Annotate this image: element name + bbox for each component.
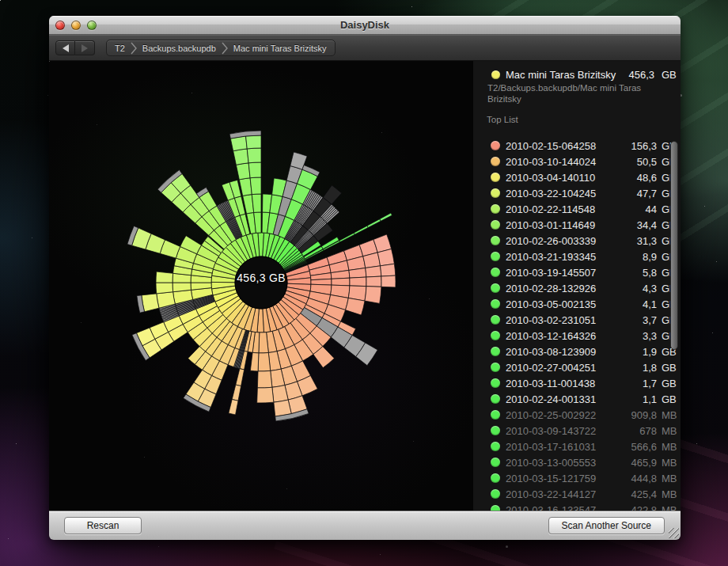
- list-item[interactable]: 2010-02-15-064258 156,3 GB: [473, 138, 681, 154]
- list-item[interactable]: 2010-03-13-005553 465,9 MB: [473, 454, 681, 470]
- backup-size: 1,8: [616, 362, 657, 374]
- list-item[interactable]: 2010-03-12-164326 3,3 GB: [473, 328, 681, 344]
- color-dot-icon: [491, 363, 500, 372]
- sidebar: Mac mini Taras Brizitsky 456,3 GB T2/Bac…: [473, 61, 681, 511]
- backup-name: 2010-02-27-004251: [506, 362, 616, 374]
- backup-size: 425,4: [616, 488, 657, 500]
- breadcrumb-item-mac-mini[interactable]: Mac mini Taras Brizitsky: [233, 44, 327, 53]
- backup-name: 2010-03-01-114649: [506, 219, 616, 231]
- rescan-button[interactable]: Rescan: [64, 517, 142, 534]
- backup-name: 2010-03-05-002135: [506, 298, 616, 310]
- desktop-wallpaper: DaisyDisk T2 Backups.backupdb: [0, 0, 728, 566]
- breadcrumb-item-t2[interactable]: T2: [115, 44, 125, 53]
- back-button[interactable]: [55, 40, 75, 55]
- color-dot-icon: [491, 70, 500, 79]
- list-item[interactable]: 2010-03-05-002135 4,1 GB: [473, 296, 681, 312]
- backup-name: 2010-03-09-143722: [506, 425, 616, 437]
- toolbar: T2 Backups.backupdb Mac mini Taras Brizi…: [49, 35, 681, 61]
- list-item[interactable]: 2010-03-15-121759 444,8 MB: [473, 470, 681, 486]
- list-item[interactable]: 2010-02-25-002922 909,8 MB: [473, 407, 681, 423]
- selection-path: T2/Backups.backupdb/Mac mini Taras Brizi…: [487, 82, 655, 104]
- backup-name: 2010-03-21-193345: [506, 251, 616, 263]
- color-dot-icon: [491, 252, 500, 261]
- color-dot-icon: [491, 331, 500, 340]
- backup-name: 2010-02-24-001331: [506, 393, 616, 405]
- backup-size: 465,9: [616, 457, 657, 469]
- backup-size: 34,4: [616, 219, 657, 231]
- backup-name: 2010-03-12-164326: [506, 330, 616, 342]
- list-item[interactable]: 2010-02-28-132926 4,3 GB: [473, 280, 681, 296]
- backup-size-unit: MB: [662, 425, 681, 437]
- list-item[interactable]: 2010-03-22-104245 47,7 GB: [473, 185, 681, 201]
- color-dot-icon: [491, 173, 500, 182]
- list-item[interactable]: 2010-03-09-143722 678 MB: [473, 423, 681, 439]
- color-dot-icon: [491, 426, 500, 435]
- backup-size: 4,1: [616, 298, 657, 310]
- list-item[interactable]: 2010-03-01-114649 34,4 GB: [473, 217, 681, 233]
- backup-size-unit: MB: [662, 488, 681, 500]
- color-dot-icon: [491, 394, 500, 404]
- backup-size: 444,8: [616, 473, 657, 484]
- color-dot-icon: [491, 268, 500, 277]
- forward-arrow-icon: [82, 44, 88, 52]
- backup-name: 2010-03-19-145507: [506, 267, 616, 279]
- color-dot-icon: [491, 204, 500, 214]
- backup-size: 678: [616, 425, 657, 437]
- color-dot-icon: [491, 157, 500, 166]
- sunburst-chart[interactable]: [49, 61, 473, 511]
- list-item[interactable]: 2010-03-04-140110 48,6 GB: [473, 169, 681, 185]
- color-dot-icon: [491, 299, 500, 309]
- list-item[interactable]: 2010-02-24-001331 1,1 GB: [473, 391, 681, 407]
- backup-size: 909,8: [616, 409, 657, 421]
- backup-size-unit: MB: [662, 409, 681, 421]
- breadcrumb-item-backups[interactable]: Backups.backupdb: [142, 44, 216, 53]
- list-item[interactable]: 2010-03-19-145507 5,8 GB: [473, 264, 681, 280]
- backup-name: 2010-02-15-064258: [506, 140, 616, 152]
- backup-name: 2010-02-22-114548: [506, 203, 616, 215]
- color-dot-icon: [491, 315, 500, 325]
- color-dot-icon: [491, 473, 500, 483]
- list-item[interactable]: 2010-03-08-123909 1,9 GB: [473, 344, 681, 359]
- back-arrow-icon: [63, 44, 69, 52]
- color-dot-icon: [491, 410, 500, 420]
- color-dot-icon: [491, 347, 500, 356]
- list-item[interactable]: 2010-02-22-114548 44 GB: [473, 201, 681, 217]
- backup-size: 156,3: [616, 140, 657, 152]
- backup-size: 566,6: [616, 441, 657, 453]
- color-dot-icon: [491, 188, 500, 198]
- list-item[interactable]: 2010-03-21-193345 8,9 GB: [473, 249, 681, 264]
- backup-size-unit: GB: [662, 378, 681, 389]
- backup-name: 2010-03-13-005553: [506, 457, 616, 469]
- backup-name: 2010-03-04-140110: [506, 172, 616, 184]
- backup-size: 44: [616, 203, 657, 215]
- backup-size: 4,3: [616, 283, 657, 294]
- list-item[interactable]: 2010-03-11-001438 1,7 GB: [473, 375, 681, 391]
- color-dot-icon: [491, 489, 500, 499]
- backup-size: 31,3: [616, 235, 657, 247]
- backup-size: 1,1: [616, 393, 657, 405]
- backup-name: 2010-03-11-001438: [506, 378, 616, 389]
- backup-size-unit: MB: [662, 473, 681, 484]
- wallpaper-stars: [0, 0, 1, 1]
- list-item[interactable]: 2010-02-26-003339 31,3 GB: [473, 233, 681, 249]
- list-item[interactable]: 2010-03-10-144024 50,5 GB: [473, 154, 681, 169]
- scan-another-source-button[interactable]: Scan Another Source: [548, 517, 665, 534]
- selection-size: 456,3: [620, 69, 654, 81]
- scrollbar-thumb[interactable]: [670, 141, 678, 350]
- forward-button[interactable]: [75, 40, 95, 55]
- backup-name: 2010-02-25-002922: [506, 409, 616, 421]
- list-item[interactable]: 2010-03-16-133547 422,8 MB: [473, 502, 681, 511]
- titlebar[interactable]: DaisyDisk: [49, 16, 681, 35]
- backup-name: 2010-03-22-144127: [506, 488, 616, 500]
- backup-name: 2010-03-08-123909: [506, 346, 616, 358]
- list-item[interactable]: 2010-03-02-231051 3,7 GB: [473, 312, 681, 328]
- backup-size: 3,7: [616, 314, 657, 326]
- breadcrumb-separator-icon: [131, 41, 137, 55]
- backup-size: 1,7: [616, 378, 657, 389]
- list-item[interactable]: 2010-02-27-004251 1,8 GB: [473, 359, 681, 375]
- list-item[interactable]: 2010-03-17-161031 566,6 MB: [473, 439, 681, 454]
- resize-grip-icon[interactable]: [669, 528, 679, 538]
- list-item[interactable]: 2010-03-22-144127 425,4 MB: [473, 486, 681, 502]
- color-dot-icon: [491, 283, 500, 293]
- color-dot-icon: [491, 442, 500, 451]
